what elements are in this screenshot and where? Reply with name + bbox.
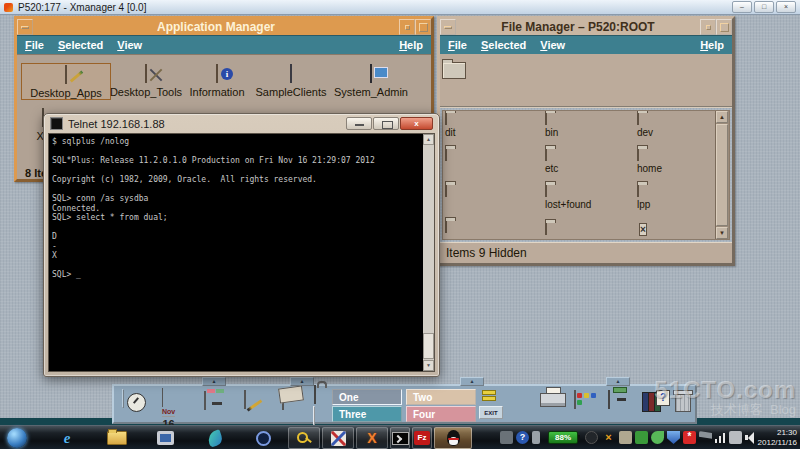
maximize-button[interactable] (415, 19, 431, 35)
folder-item-lost-found[interactable]: lost+found (545, 185, 591, 210)
tray-flag-icon[interactable] (699, 431, 712, 444)
icon-desktop-tools[interactable]: Desktop_Tools (105, 63, 187, 98)
maximize-button[interactable] (716, 19, 732, 35)
tray-clock[interactable]: 21:30 2012/11/16 (758, 428, 797, 448)
taskbar-blue-ring-app[interactable] (250, 427, 276, 449)
workspace-four-button[interactable]: Four (406, 406, 476, 422)
taskbar-qq[interactable] (434, 427, 472, 449)
scroll-down-arrow[interactable]: ▼ (716, 227, 728, 239)
taskbar-xmanager[interactable]: X (356, 427, 388, 449)
tray-network-icon[interactable] (714, 431, 727, 444)
folder-item[interactable] (445, 185, 447, 199)
scroll-up-arrow[interactable]: ▲ (716, 111, 728, 123)
tray-leaf-icon[interactable] (651, 431, 664, 444)
maximize-button[interactable]: □ (754, 1, 774, 13)
minimize-button[interactable] (346, 117, 372, 130)
application-manager-drawer-icon[interactable] (608, 391, 610, 409)
taskbar-command-prompt[interactable] (390, 427, 410, 449)
menu-help[interactable]: Help (700, 39, 724, 51)
style-manager-icon[interactable] (574, 391, 576, 409)
minimize-button[interactable] (700, 19, 716, 35)
exit-button[interactable]: EXIT (479, 406, 503, 419)
subpanel-tab[interactable]: ▲ (606, 377, 630, 386)
telnet-titlebar[interactable]: Telnet 192.168.1.88 x (44, 114, 439, 133)
folder-item[interactable]: dit (445, 113, 456, 138)
file-manager-menubar: File Selected View Help (440, 35, 732, 54)
menu-help[interactable]: Help (399, 39, 423, 51)
minimize-button[interactable] (399, 19, 415, 35)
icon-information[interactable]: i Information (183, 63, 251, 98)
window-menu-button[interactable] (440, 19, 456, 35)
clock-icon[interactable] (122, 390, 124, 408)
subpanel-tab[interactable]: ▲ (460, 377, 484, 386)
taskbar-explorer[interactable] (104, 427, 130, 449)
folder-item-home[interactable]: home (637, 149, 662, 174)
taskbar-xstart[interactable] (322, 427, 354, 449)
file-manager-titlebar[interactable]: File Manager – P520:ROOT (440, 19, 732, 35)
folder-item[interactable] (545, 223, 547, 234)
tray-green-icon[interactable] (635, 431, 648, 444)
close-button[interactable]: x (400, 117, 433, 130)
tray-x-icon[interactable]: × (602, 431, 615, 444)
workspace-one-button[interactable]: One (332, 389, 402, 405)
file-manager-scrollbar[interactable]: ▲ ▼ (715, 111, 729, 239)
minimize-button[interactable]: – (732, 1, 752, 13)
menu-file[interactable]: File (25, 39, 44, 51)
battery-indicator[interactable]: 88% (548, 431, 578, 444)
tray-hidden-icon[interactable] (532, 431, 540, 444)
menu-view[interactable]: View (117, 39, 142, 51)
mail-icon[interactable] (282, 392, 284, 410)
taskbar-bird-app[interactable] (200, 427, 230, 449)
xmanager-titlebar[interactable]: P520:177 - Xmanager 4 [0.0] – □ × (0, 0, 800, 15)
terminal-text[interactable]: $ sqlplus /nolog SQL*Plus: Release 11.2.… (52, 137, 420, 280)
maximize-button[interactable] (373, 117, 399, 130)
icon-desktop-apps[interactable]: Desktop_Apps (21, 63, 111, 100)
tray-hidden-icon[interactable] (500, 431, 513, 444)
tray-usb-icon[interactable] (729, 431, 742, 444)
windows-taskbar: e X Fz ? 88% × * 21:30 2012/11/16 (0, 425, 800, 449)
workspace-two-button[interactable]: Two (406, 389, 476, 405)
tray-antivirus-icon[interactable]: * (683, 431, 696, 444)
folder-item-bin[interactable]: bin (545, 113, 558, 138)
icon-system-admin[interactable]: System_Admin (331, 63, 411, 98)
menu-view[interactable]: View (540, 39, 565, 51)
folder-item-lpp[interactable]: lpp (637, 185, 650, 210)
application-manager-titlebar[interactable]: Application Manager (17, 19, 431, 35)
current-folder-icon[interactable] (442, 62, 466, 79)
terminal-area[interactable]: $ sqlplus /nolog SQL*Plus: Release 11.2.… (48, 133, 435, 372)
tray-help-icon[interactable]: ? (516, 431, 529, 444)
info-icon: i (216, 65, 218, 82)
icon-sample-clients[interactable]: SampleClients (247, 63, 335, 98)
folder-item-dev[interactable]: dev (637, 113, 653, 138)
executable-file-item[interactable]: × (639, 223, 647, 237)
menu-selected[interactable]: Selected (481, 39, 526, 51)
close-button[interactable]: × (776, 1, 796, 13)
subpanel-tab[interactable]: ▲ (290, 377, 314, 386)
folder-item-etc[interactable]: etc (545, 149, 558, 174)
subpanel-tab[interactable]: ▲ (202, 377, 226, 386)
scrollbar-thumb[interactable] (716, 124, 728, 226)
scroll-up-arrow[interactable]: ▲ (423, 134, 434, 145)
taskbar-media-player[interactable] (152, 427, 178, 449)
start-button[interactable] (4, 427, 30, 449)
window-menu-button[interactable] (17, 19, 33, 35)
lock-icon[interactable] (312, 386, 316, 404)
tray-lock-icon[interactable] (619, 431, 632, 444)
terminal-scrollbar[interactable]: ▲ ▼ (423, 134, 434, 371)
scroll-down-arrow[interactable]: ▼ (423, 360, 434, 371)
file-manager-cabinet-icon[interactable] (204, 392, 206, 410)
folder-item[interactable] (445, 149, 447, 163)
telnet-window: Telnet 192.168.1.88 x $ sqlplus /nolog S… (43, 113, 440, 377)
taskbar-internet-explorer[interactable]: e (54, 427, 80, 449)
tray-shield-icon[interactable] (667, 431, 680, 444)
taskbar-xbrowser[interactable] (288, 427, 320, 449)
folder-item[interactable] (445, 221, 447, 235)
xmanager-logo-icon (4, 3, 13, 12)
tray-moon-icon[interactable] (585, 431, 598, 444)
text-editor-icon[interactable] (244, 391, 246, 409)
scrollbar-thumb[interactable] (423, 333, 434, 359)
menu-selected[interactable]: Selected (58, 39, 103, 51)
workspace-three-button[interactable]: Three (332, 406, 402, 422)
menu-file[interactable]: File (448, 39, 467, 51)
taskbar-filezilla[interactable]: Fz (412, 427, 432, 449)
